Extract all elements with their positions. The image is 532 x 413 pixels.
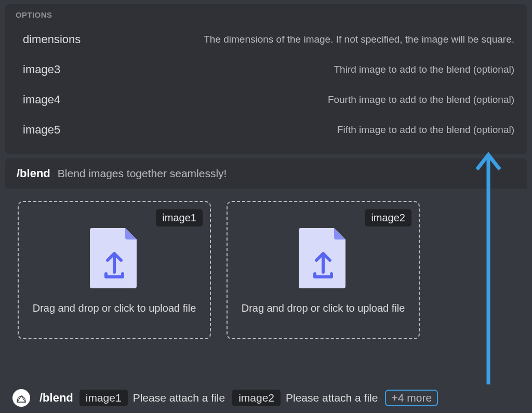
upload-area: image1 Drag and drop or click to upload …	[5, 189, 527, 352]
options-panel: OPTIONS dimensions The dimensions of the…	[5, 4, 527, 154]
upload-file-icon	[299, 228, 348, 290]
option-desc: Third image to add to the blend (optiona…	[334, 64, 515, 75]
param-chip-image1[interactable]: image1	[79, 390, 128, 406]
upload-badge: image1	[156, 209, 203, 227]
option-name: image4	[23, 93, 60, 106]
command-desc: Blend images together seamlessly!	[58, 167, 227, 180]
command-header: /blend Blend images together seamlessly!	[5, 158, 527, 189]
command-panel: /blend Blend images together seamlessly!	[5, 158, 527, 189]
option-desc: The dimensions of the image. If not spec…	[204, 34, 514, 45]
more-options-chip[interactable]: +4 more	[385, 390, 438, 406]
upload-file-icon	[90, 228, 139, 290]
upload-prompt: Drag and drop or click to upload file	[242, 301, 405, 316]
command-name: /blend	[17, 167, 50, 180]
bot-avatar	[12, 389, 30, 407]
upload-badge: image2	[365, 209, 411, 227]
options-title: OPTIONS	[5, 10, 527, 24]
option-row-image3[interactable]: image3 Third image to add to the blend (…	[5, 55, 527, 85]
option-desc: Fourth image to add to the blend (option…	[328, 94, 514, 105]
param-chip-image2[interactable]: image2	[232, 390, 281, 406]
option-row-image5[interactable]: image5 Fifth image to add to the blend (…	[5, 115, 527, 145]
option-name: image3	[23, 63, 60, 76]
upload-box-image1[interactable]: image1 Drag and drop or click to upload …	[18, 201, 211, 339]
param-prompt: Please attach a file	[133, 392, 225, 404]
upload-box-image2[interactable]: image2 Drag and drop or click to upload …	[227, 201, 420, 339]
upload-prompt: Drag and drop or click to upload file	[33, 301, 196, 316]
option-name: image5	[23, 123, 60, 137]
param-prompt: Please attach a file	[286, 392, 378, 404]
option-row-image4[interactable]: image4 Fourth image to add to the blend …	[5, 85, 527, 115]
message-input-bar[interactable]: /blend image1 Please attach a file image…	[0, 383, 532, 413]
option-name: dimensions	[23, 33, 81, 46]
option-desc: Fifth image to add to the blend (optiona…	[337, 124, 514, 136]
slash-command: /blend	[39, 391, 73, 405]
option-row-dimensions[interactable]: dimensions The dimensions of the image. …	[5, 24, 527, 55]
